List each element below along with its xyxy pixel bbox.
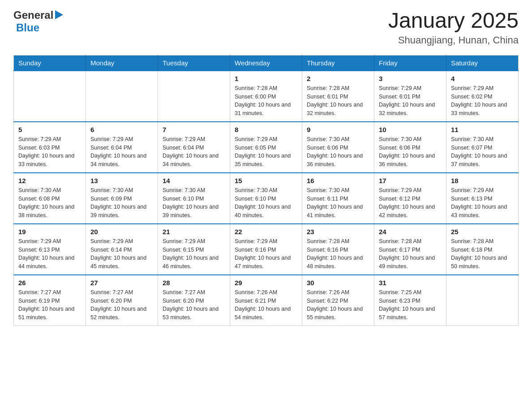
day-info: Sunrise: 7:30 AM Sunset: 6:06 PM Dayligh… bbox=[307, 135, 369, 169]
calendar-cell: 25Sunrise: 7:28 AM Sunset: 6:18 PM Dayli… bbox=[446, 224, 519, 275]
page-header: General Blue January 2025 Shuangjiang, H… bbox=[13, 9, 519, 46]
day-info: Sunrise: 7:29 AM Sunset: 6:04 PM Dayligh… bbox=[163, 135, 225, 169]
day-number: 1 bbox=[235, 75, 297, 82]
svg-marker-0 bbox=[55, 10, 63, 19]
month-title: January 2025 bbox=[388, 9, 519, 33]
day-number: 23 bbox=[307, 228, 369, 235]
calendar-cell: 15Sunrise: 7:30 AM Sunset: 6:10 PM Dayli… bbox=[230, 173, 302, 224]
calendar-cell: 23Sunrise: 7:28 AM Sunset: 6:16 PM Dayli… bbox=[302, 224, 374, 275]
day-number: 11 bbox=[451, 126, 514, 133]
calendar-cell: 22Sunrise: 7:29 AM Sunset: 6:16 PM Dayli… bbox=[230, 224, 302, 275]
week-row-1: 1Sunrise: 7:28 AM Sunset: 6:00 PM Daylig… bbox=[14, 71, 519, 122]
day-info: Sunrise: 7:30 AM Sunset: 6:09 PM Dayligh… bbox=[90, 186, 153, 220]
day-info: Sunrise: 7:29 AM Sunset: 6:01 PM Dayligh… bbox=[379, 84, 442, 118]
day-info: Sunrise: 7:26 AM Sunset: 6:22 PM Dayligh… bbox=[307, 288, 369, 322]
logo-text-blue: Blue bbox=[16, 21, 39, 34]
calendar-cell: 10Sunrise: 7:30 AM Sunset: 6:06 PM Dayli… bbox=[374, 122, 446, 173]
day-info: Sunrise: 7:29 AM Sunset: 6:12 PM Dayligh… bbox=[379, 186, 442, 220]
calendar-cell: 24Sunrise: 7:28 AM Sunset: 6:17 PM Dayli… bbox=[374, 224, 446, 275]
calendar-cell: 29Sunrise: 7:26 AM Sunset: 6:21 PM Dayli… bbox=[230, 275, 302, 326]
day-number: 7 bbox=[163, 126, 225, 133]
column-header-monday: Monday bbox=[86, 55, 158, 71]
day-number: 29 bbox=[235, 279, 297, 287]
calendar-cell: 17Sunrise: 7:29 AM Sunset: 6:12 PM Dayli… bbox=[374, 173, 446, 224]
calendar-cell: 14Sunrise: 7:30 AM Sunset: 6:10 PM Dayli… bbox=[158, 173, 230, 224]
calendar-cell: 12Sunrise: 7:30 AM Sunset: 6:08 PM Dayli… bbox=[14, 173, 86, 224]
calendar-cell: 5Sunrise: 7:29 AM Sunset: 6:03 PM Daylig… bbox=[14, 122, 86, 173]
day-info: Sunrise: 7:28 AM Sunset: 6:01 PM Dayligh… bbox=[307, 84, 369, 118]
calendar-cell bbox=[14, 71, 86, 122]
calendar-cell: 2Sunrise: 7:28 AM Sunset: 6:01 PM Daylig… bbox=[302, 71, 374, 122]
logo: General Blue bbox=[13, 9, 63, 34]
day-number: 20 bbox=[90, 228, 153, 235]
column-header-sunday: Sunday bbox=[14, 55, 86, 71]
day-info: Sunrise: 7:29 AM Sunset: 6:14 PM Dayligh… bbox=[90, 237, 153, 271]
day-info: Sunrise: 7:30 AM Sunset: 6:10 PM Dayligh… bbox=[163, 186, 225, 220]
week-row-5: 26Sunrise: 7:27 AM Sunset: 6:19 PM Dayli… bbox=[14, 275, 519, 326]
day-number: 4 bbox=[451, 75, 514, 82]
day-info: Sunrise: 7:29 AM Sunset: 6:03 PM Dayligh… bbox=[18, 135, 81, 169]
day-info: Sunrise: 7:28 AM Sunset: 6:00 PM Dayligh… bbox=[235, 84, 297, 118]
day-number: 5 bbox=[18, 126, 81, 133]
day-info: Sunrise: 7:30 AM Sunset: 6:10 PM Dayligh… bbox=[235, 186, 297, 220]
day-number: 24 bbox=[379, 228, 442, 235]
day-info: Sunrise: 7:29 AM Sunset: 6:02 PM Dayligh… bbox=[451, 84, 514, 118]
column-header-wednesday: Wednesday bbox=[230, 55, 302, 71]
calendar-cell: 8Sunrise: 7:29 AM Sunset: 6:05 PM Daylig… bbox=[230, 122, 302, 173]
calendar-cell bbox=[86, 71, 158, 122]
calendar-cell: 28Sunrise: 7:27 AM Sunset: 6:20 PM Dayli… bbox=[158, 275, 230, 326]
day-info: Sunrise: 7:30 AM Sunset: 6:08 PM Dayligh… bbox=[18, 186, 81, 220]
day-info: Sunrise: 7:30 AM Sunset: 6:07 PM Dayligh… bbox=[451, 135, 514, 169]
location-title: Shuangjiang, Hunan, China bbox=[388, 34, 519, 46]
day-number: 21 bbox=[163, 228, 225, 235]
day-info: Sunrise: 7:28 AM Sunset: 6:18 PM Dayligh… bbox=[451, 237, 514, 271]
day-info: Sunrise: 7:29 AM Sunset: 6:16 PM Dayligh… bbox=[235, 237, 297, 271]
calendar-cell: 9Sunrise: 7:30 AM Sunset: 6:06 PM Daylig… bbox=[302, 122, 374, 173]
column-header-thursday: Thursday bbox=[302, 55, 374, 71]
calendar-cell: 19Sunrise: 7:29 AM Sunset: 6:13 PM Dayli… bbox=[14, 224, 86, 275]
day-number: 27 bbox=[90, 279, 153, 287]
week-row-4: 19Sunrise: 7:29 AM Sunset: 6:13 PM Dayli… bbox=[14, 224, 519, 275]
day-info: Sunrise: 7:30 AM Sunset: 6:11 PM Dayligh… bbox=[307, 186, 369, 220]
column-header-saturday: Saturday bbox=[446, 55, 519, 71]
day-number: 6 bbox=[90, 126, 153, 133]
day-number: 9 bbox=[307, 126, 369, 133]
column-header-friday: Friday bbox=[374, 55, 446, 71]
day-number: 19 bbox=[18, 228, 81, 235]
day-number: 17 bbox=[379, 177, 442, 184]
day-number: 18 bbox=[451, 177, 514, 184]
calendar-cell: 20Sunrise: 7:29 AM Sunset: 6:14 PM Dayli… bbox=[86, 224, 158, 275]
day-info: Sunrise: 7:28 AM Sunset: 6:17 PM Dayligh… bbox=[379, 237, 442, 271]
calendar-cell: 21Sunrise: 7:29 AM Sunset: 6:15 PM Dayli… bbox=[158, 224, 230, 275]
day-number: 28 bbox=[163, 279, 225, 287]
day-number: 12 bbox=[18, 177, 81, 184]
calendar-cell: 13Sunrise: 7:30 AM Sunset: 6:09 PM Dayli… bbox=[86, 173, 158, 224]
calendar-cell: 4Sunrise: 7:29 AM Sunset: 6:02 PM Daylig… bbox=[446, 71, 519, 122]
title-block: January 2025 Shuangjiang, Hunan, China bbox=[388, 9, 519, 46]
day-number: 2 bbox=[307, 75, 369, 82]
day-number: 26 bbox=[18, 279, 81, 287]
calendar-cell: 18Sunrise: 7:29 AM Sunset: 6:13 PM Dayli… bbox=[446, 173, 519, 224]
calendar-cell: 31Sunrise: 7:25 AM Sunset: 6:23 PM Dayli… bbox=[374, 275, 446, 326]
calendar-cell: 16Sunrise: 7:30 AM Sunset: 6:11 PM Dayli… bbox=[302, 173, 374, 224]
day-info: Sunrise: 7:29 AM Sunset: 6:15 PM Dayligh… bbox=[163, 237, 225, 271]
day-number: 30 bbox=[307, 279, 369, 287]
day-info: Sunrise: 7:27 AM Sunset: 6:19 PM Dayligh… bbox=[18, 288, 81, 322]
week-row-3: 12Sunrise: 7:30 AM Sunset: 6:08 PM Dayli… bbox=[14, 173, 519, 224]
day-info: Sunrise: 7:29 AM Sunset: 6:05 PM Dayligh… bbox=[235, 135, 297, 169]
day-info: Sunrise: 7:27 AM Sunset: 6:20 PM Dayligh… bbox=[90, 288, 153, 322]
day-number: 14 bbox=[163, 177, 225, 184]
day-info: Sunrise: 7:28 AM Sunset: 6:16 PM Dayligh… bbox=[307, 237, 369, 271]
calendar-cell: 11Sunrise: 7:30 AM Sunset: 6:07 PM Dayli… bbox=[446, 122, 519, 173]
day-number: 10 bbox=[379, 126, 442, 133]
calendar-cell: 3Sunrise: 7:29 AM Sunset: 6:01 PM Daylig… bbox=[374, 71, 446, 122]
week-row-2: 5Sunrise: 7:29 AM Sunset: 6:03 PM Daylig… bbox=[14, 122, 519, 173]
calendar-cell bbox=[158, 71, 230, 122]
logo-triangle-icon bbox=[55, 10, 63, 21]
calendar-table: SundayMondayTuesdayWednesdayThursdayFrid… bbox=[13, 55, 519, 326]
day-info: Sunrise: 7:27 AM Sunset: 6:20 PM Dayligh… bbox=[163, 288, 225, 322]
day-number: 25 bbox=[451, 228, 514, 235]
column-header-tuesday: Tuesday bbox=[158, 55, 230, 71]
day-number: 31 bbox=[379, 279, 442, 287]
calendar-cell: 27Sunrise: 7:27 AM Sunset: 6:20 PM Dayli… bbox=[86, 275, 158, 326]
